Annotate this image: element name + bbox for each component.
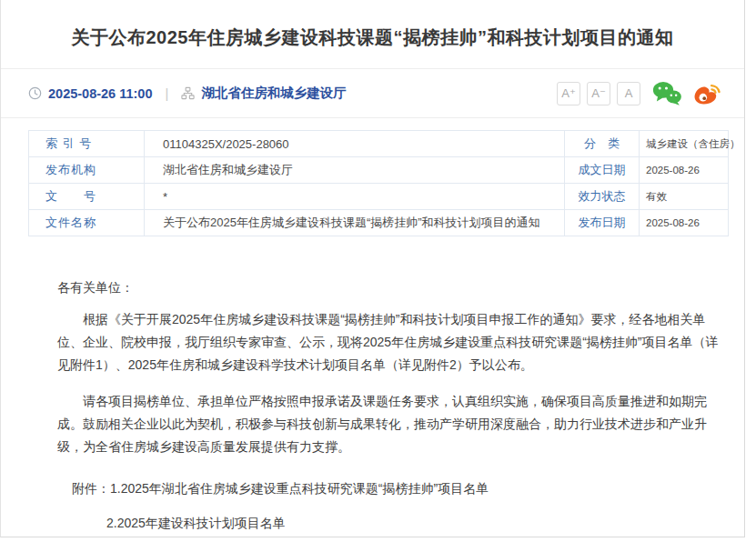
meta-separator: | — [166, 86, 169, 101]
table-row: 文 号 * 效力状态 有效 — [29, 184, 729, 210]
field-value: 关于公布2025年住房城乡建设科技课题“揭榜挂帅”和科技计划项目的通知 — [145, 210, 565, 236]
field-label: 文件名称 — [29, 210, 145, 236]
font-size-smaller-button[interactable]: A⁻ — [587, 82, 610, 105]
field-value: 有效 — [640, 184, 729, 210]
field-value: 2025-08-26 — [640, 210, 729, 236]
document-page: 关于公布2025年住房城乡建设科技课题“揭榜挂帅”和科技计划项目的通知 2025… — [0, 0, 745, 537]
field-value: 城乡建设（含住房） — [640, 131, 729, 157]
source-link[interactable]: 湖北省住房和城乡建设厅 — [201, 85, 347, 102]
font-size-reset-button[interactable]: A — [617, 82, 640, 105]
paragraph: 根据《关于开展2025年住房城乡建设科技课题“揭榜挂帅”和科技计划项目申报工作的… — [57, 308, 724, 376]
field-label: 成文日期 — [565, 157, 640, 184]
wechat-icon[interactable] — [652, 81, 681, 105]
field-label: 文 号 — [29, 184, 145, 210]
salutation: 各有关单位： — [57, 276, 731, 299]
publish-time: 2025-08-26 11:00 — [48, 86, 153, 101]
paragraph: 请各项目揭榜单位、承担单位严格按照申报承诺及课题任务要求，认真组织实施，确保项目… — [57, 390, 724, 458]
field-label: 索 引 号 — [29, 131, 145, 157]
font-size-larger-button[interactable]: A⁺ — [557, 82, 580, 105]
field-value: 2025-08-26 — [640, 157, 729, 184]
field-value: * — [145, 184, 565, 210]
page-title: 关于公布2025年住房城乡建设科技课题“揭榜挂帅”和科技计划项目的通知 — [1, 0, 744, 49]
table-row: 索 引 号 01104325X/2025-28060 分 类 城乡建设（含住房） — [29, 131, 729, 157]
meta-left: 2025-08-26 11:00 | 湖北省住房和城乡建设厅 — [28, 85, 347, 102]
field-label: 效力状态 — [565, 184, 640, 210]
table-row: 文件名称 关于公布2025年住房城乡建设科技课题“揭榜挂帅”和科技计划项目的通知… — [29, 210, 729, 236]
field-label: 发布机构 — [29, 157, 145, 184]
document-info-table: 索 引 号 01104325X/2025-28060 分 类 城乡建设（含住房）… — [28, 130, 729, 236]
attachment-item-1: 附件：1.2025年湖北省住房城乡建设重点科技研究课题“揭榜挂帅”项目名单 — [57, 477, 731, 500]
field-value: 01104325X/2025-28060 — [145, 131, 565, 157]
field-value: 湖北省住房和城乡建设厅 — [145, 157, 565, 184]
clock-icon — [28, 86, 42, 100]
article-body: 各有关单位： 根据《关于开展2025年住房城乡建设科技课题“揭榜挂帅”和科技计划… — [1, 236, 744, 542]
attachment-item-2: 2.2025年建设科技计划项目名单 — [106, 512, 731, 535]
weibo-icon[interactable] — [693, 81, 721, 105]
field-label: 发布日期 — [565, 210, 640, 236]
meta-bar: 2025-08-26 11:00 | 湖北省住房和城乡建设厅 A⁺ A⁻ A — [1, 68, 744, 118]
table-row: 发布机构 湖北省住房和城乡建设厅 成文日期 2025-08-26 — [29, 157, 729, 184]
field-label: 分 类 — [565, 131, 640, 157]
org-icon — [181, 86, 195, 100]
meta-right: A⁺ A⁻ A — [550, 81, 721, 105]
